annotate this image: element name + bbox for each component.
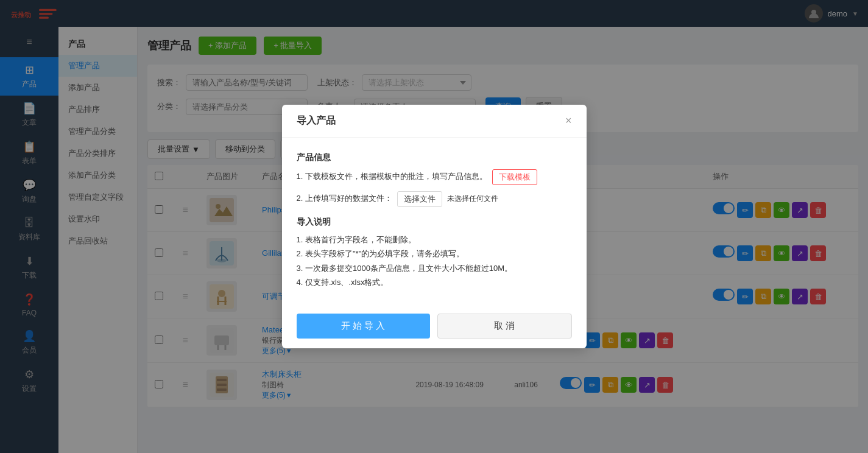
step2-text: 2. 上传填写好的数据文件： <box>297 192 392 205</box>
modal-body: 产品信息 1. 下载模板文件，根据模板中的批注，填写产品信息。 下载模板 2. … <box>282 138 587 304</box>
file-note: 未选择任何文件 <box>447 193 498 205</box>
download-template-button[interactable]: 下载模板 <box>492 169 537 185</box>
instruction-2: 2. 表头字段标了"*"的为必填字段，请务必填写。 <box>297 247 572 261</box>
instruction-1: 1. 表格首行为字段名，不能删除。 <box>297 233 572 247</box>
instructions-section: 导入说明 1. 表格首行为字段名，不能删除。 2. 表头字段标了"*"的为必填字… <box>297 217 572 290</box>
instruction-3: 3. 一次最多提交1000条产品信息，且文件大小不能超过10M。 <box>297 261 572 275</box>
modal-step1-row: 1. 下载模板文件，根据模板中的批注，填写产品信息。 下载模板 <box>297 169 572 185</box>
instruction-title: 导入说明 <box>297 217 572 228</box>
modal-footer: 开 始 导 入 取 消 <box>282 304 587 348</box>
instruction-4: 4. 仅支持.xls、.xlsx格式。 <box>297 275 572 289</box>
choose-file-button[interactable]: 选择文件 <box>397 191 442 207</box>
cancel-button[interactable]: 取 消 <box>437 314 572 339</box>
step1-text: 1. 下载模板文件，根据模板中的批注，填写产品信息。 <box>297 170 487 183</box>
modal-close-button[interactable]: × <box>565 115 572 126</box>
product-info-title: 产品信息 <box>297 152 572 163</box>
import-modal: 导入产品 × 产品信息 1. 下载模板文件，根据模板中的批注，填写产品信息。 下… <box>282 105 587 349</box>
start-import-button[interactable]: 开 始 导 入 <box>297 314 430 339</box>
modal-header: 导入产品 × <box>282 105 587 138</box>
modal-overlay[interactable]: 导入产品 × 产品信息 1. 下载模板文件，根据模板中的批注，填写产品信息。 下… <box>0 0 868 453</box>
modal-step2-row: 2. 上传填写好的数据文件： 选择文件 未选择任何文件 <box>297 191 572 207</box>
modal-title: 导入产品 <box>297 114 336 127</box>
